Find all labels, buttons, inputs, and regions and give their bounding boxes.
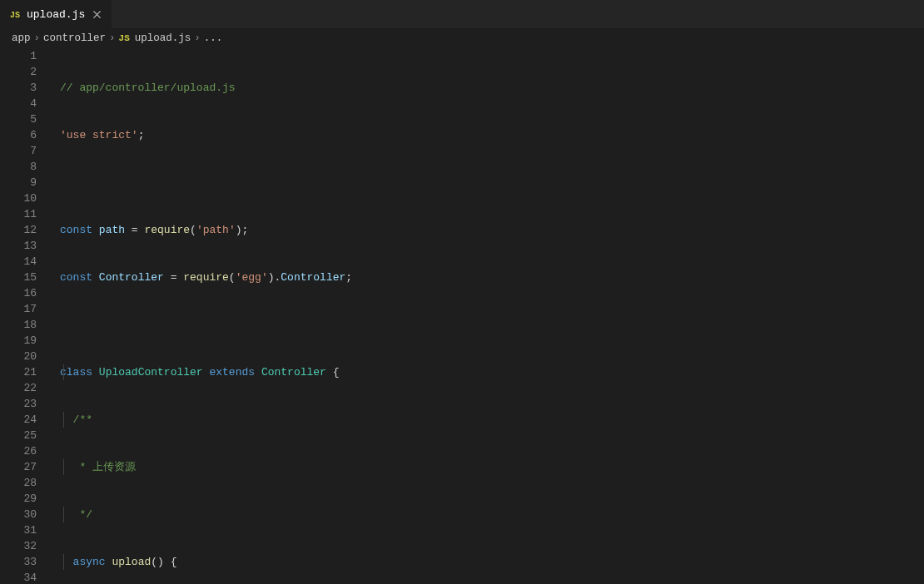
code-comment: // app/controller/upload.js bbox=[60, 82, 236, 94]
code-token: 'path' bbox=[196, 224, 236, 236]
breadcrumb-seg-app[interactable]: app bbox=[12, 32, 31, 44]
line-number: 31 bbox=[0, 522, 37, 538]
minimap[interactable] bbox=[858, 47, 912, 584]
editor: 1234567891011121314151617181920212223242… bbox=[0, 47, 924, 584]
code-token: ; bbox=[138, 129, 145, 141]
line-number: 34 bbox=[0, 570, 37, 584]
code-token: ). bbox=[268, 271, 281, 284]
line-number: 1 bbox=[0, 48, 37, 64]
code-token: Controller bbox=[261, 366, 326, 379]
line-number: 26 bbox=[0, 443, 37, 459]
code-token: 'egg' bbox=[236, 271, 268, 284]
line-number: 32 bbox=[0, 538, 37, 554]
code-token: () { bbox=[151, 556, 176, 568]
code-token: upload bbox=[112, 556, 151, 568]
line-number: 21 bbox=[0, 364, 37, 380]
code-comment: */ bbox=[73, 508, 92, 521]
line-number: 18 bbox=[0, 317, 37, 333]
line-number: 30 bbox=[0, 507, 37, 522]
line-number: 17 bbox=[0, 301, 37, 317]
code-token: 'use strict' bbox=[60, 129, 138, 141]
code-token: require bbox=[144, 224, 190, 236]
breadcrumb[interactable]: app › controller › JS upload.js › ... bbox=[0, 29, 924, 47]
chevron-right-icon: › bbox=[194, 32, 201, 44]
line-number: 14 bbox=[0, 254, 37, 270]
code-token: Controller bbox=[99, 271, 164, 284]
breadcrumb-trail[interactable]: ... bbox=[204, 32, 223, 44]
line-number: 29 bbox=[0, 491, 37, 507]
code-comment: /** bbox=[73, 413, 92, 426]
line-number: 27 bbox=[0, 459, 37, 475]
line-number: 25 bbox=[0, 428, 37, 443]
chevron-right-icon: › bbox=[34, 32, 41, 44]
close-icon[interactable] bbox=[90, 7, 103, 21]
code-token: UploadController bbox=[99, 366, 203, 379]
line-number: 20 bbox=[0, 349, 37, 364]
code-token: extends bbox=[209, 366, 255, 379]
line-number: 4 bbox=[0, 96, 37, 111]
code-token: { bbox=[326, 366, 340, 379]
line-number: 19 bbox=[0, 333, 37, 349]
line-number: 22 bbox=[0, 380, 37, 396]
line-number: 33 bbox=[0, 554, 37, 570]
line-number: 12 bbox=[0, 222, 37, 238]
line-number: 3 bbox=[0, 80, 37, 96]
line-number: 6 bbox=[0, 127, 37, 143]
line-number: 16 bbox=[0, 285, 37, 301]
code-token: async bbox=[73, 556, 106, 568]
code-token: = bbox=[125, 224, 144, 236]
tab-bar: JS upload.js bbox=[0, 0, 924, 29]
line-number: 5 bbox=[0, 111, 37, 127]
code-token: class bbox=[60, 366, 92, 379]
line-number: 28 bbox=[0, 475, 37, 491]
tab-label: upload.js bbox=[27, 8, 85, 21]
tab-upload-js[interactable]: JS upload.js bbox=[0, 0, 112, 28]
line-number: 24 bbox=[0, 412, 37, 428]
code-token: ( bbox=[190, 224, 196, 236]
scrollbar[interactable] bbox=[912, 47, 924, 584]
line-number: 9 bbox=[0, 175, 37, 191]
chevron-right-icon: › bbox=[109, 32, 116, 44]
breadcrumb-seg-file[interactable]: upload.js bbox=[135, 32, 191, 44]
line-number: 15 bbox=[0, 270, 37, 285]
breadcrumb-seg-controller[interactable]: controller bbox=[43, 32, 106, 44]
line-number: 7 bbox=[0, 143, 37, 159]
code-token: require bbox=[183, 271, 229, 284]
line-number: 13 bbox=[0, 238, 37, 254]
code-token: const bbox=[60, 271, 92, 284]
line-number: 8 bbox=[0, 159, 37, 175]
code-token: path bbox=[99, 224, 125, 236]
line-number: 2 bbox=[0, 64, 37, 80]
code-token: = bbox=[164, 271, 183, 284]
code-token: ); bbox=[236, 224, 249, 236]
code-token: ; bbox=[345, 271, 352, 284]
code-token: ( bbox=[229, 271, 236, 284]
line-number: 11 bbox=[0, 206, 37, 222]
line-number-gutter: 1234567891011121314151617181920212223242… bbox=[0, 47, 52, 584]
line-number: 10 bbox=[0, 191, 37, 206]
code-token: const bbox=[60, 224, 92, 236]
code-comment: * 上传资源 bbox=[73, 461, 136, 473]
code-area[interactable]: // app/controller/upload.js 'use strict'… bbox=[52, 47, 858, 584]
line-number: 23 bbox=[0, 396, 37, 412]
js-file-icon: JS bbox=[119, 33, 132, 43]
js-file-icon: JS bbox=[8, 7, 22, 21]
code-token: Controller bbox=[281, 271, 345, 284]
